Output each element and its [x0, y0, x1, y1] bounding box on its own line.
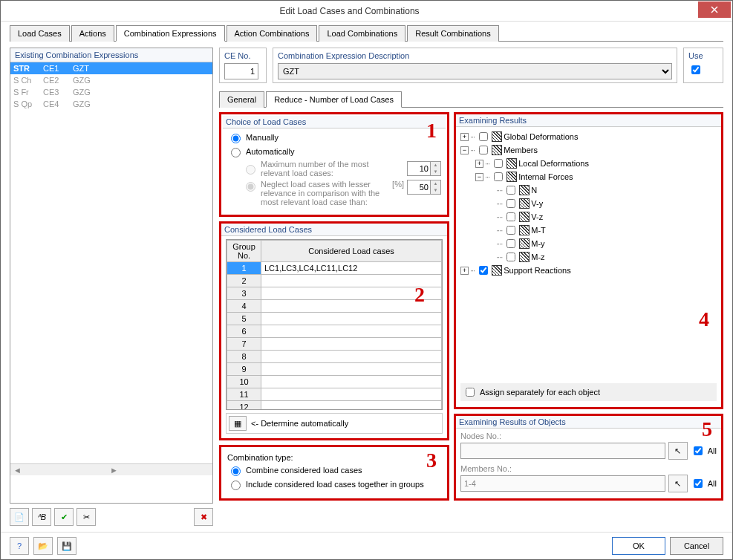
tree-checkbox[interactable]: [506, 239, 515, 248]
subtab-general[interactable]: General: [219, 91, 264, 108]
close-button[interactable]: [698, 1, 731, 18]
use-block: Use: [683, 48, 723, 83]
table-row[interactable]: 2: [227, 275, 442, 287]
radio-manual-label: Manually: [246, 133, 278, 142]
save-button[interactable]: 💾: [57, 537, 76, 555]
tree-leaf[interactable]: ····M-T: [460, 224, 717, 237]
pick-nodes-button[interactable]: ↖: [668, 442, 688, 460]
ce-no-input[interactable]: [224, 63, 258, 79]
table-row[interactable]: 7: [227, 338, 442, 351]
tab-load-cases[interactable]: Load Cases: [10, 25, 70, 42]
tree-checkbox[interactable]: [479, 266, 488, 275]
determine-button[interactable]: ▦: [229, 416, 247, 431]
table-row[interactable]: 1LC1,LC3,LC4,LC11,LC12: [227, 262, 442, 275]
radio-combine[interactable]: [231, 466, 241, 476]
cancel-button[interactable]: Cancel: [670, 537, 723, 555]
radio-include[interactable]: [231, 481, 241, 490]
tree-checkbox[interactable]: [506, 226, 515, 235]
existing-list-body[interactable]: STR CE1 GZT S Ch CE2 GZG S Fr CE3 GZG: [10, 62, 212, 463]
tab-load-combinations[interactable]: Load Combinations: [319, 25, 405, 42]
tree-checkbox[interactable]: [494, 159, 503, 168]
radio-manual[interactable]: [231, 134, 241, 143]
tree-leaf[interactable]: ····M-z: [460, 250, 717, 264]
table-row[interactable]: 11: [227, 388, 442, 401]
help-button[interactable]: ?: [10, 537, 29, 555]
tree-node[interactable]: +···Global Deformations: [460, 130, 717, 143]
table-row[interactable]: 9: [227, 363, 442, 376]
delete-button[interactable]: ✖: [194, 508, 213, 526]
tab-action-combinations[interactable]: Action Combinations: [227, 25, 318, 42]
nodes-all-checkbox[interactable]: [694, 446, 703, 455]
collapse-icon[interactable]: −: [460, 146, 469, 154]
collapse-icon[interactable]: −: [475, 173, 483, 181]
neglect-spinner[interactable]: ▲▼: [407, 180, 441, 195]
tree-checkbox[interactable]: [479, 146, 488, 154]
ce-no-block: CE No.: [219, 48, 267, 83]
rename-button[interactable]: ᴬB: [32, 508, 51, 526]
existing-row[interactable]: STR CE1 GZT: [10, 62, 212, 74]
radio-auto-row[interactable]: Automatically: [227, 146, 441, 157]
open-button[interactable]: 📂: [33, 537, 53, 555]
cut-button[interactable]: ✂: [76, 508, 96, 526]
pick-members-button[interactable]: ↖: [668, 475, 688, 492]
tree-node[interactable]: +···Local Deformations: [460, 157, 717, 170]
horizontal-scrollbar[interactable]: ◄ ►: [10, 463, 212, 475]
table-row[interactable]: 5: [227, 313, 442, 325]
spinner-up-icon[interactable]: ▲: [431, 180, 440, 187]
members-all-checkbox[interactable]: [694, 479, 703, 488]
tree-leaf[interactable]: ····V-y: [460, 197, 717, 210]
tree-node[interactable]: +···Support Reactions: [460, 264, 717, 277]
radio-manual-row[interactable]: Manually: [227, 131, 441, 143]
tab-result-combinations[interactable]: Result Combinations: [407, 25, 499, 42]
assign-checkbox[interactable]: [466, 388, 475, 397]
neglect-value[interactable]: [408, 180, 430, 194]
spinner-down-icon[interactable]: ▼: [431, 169, 440, 175]
table-row[interactable]: 4: [227, 300, 442, 313]
considered-grid[interactable]: Group No.Considered Load cases 1LC1,LC3,…: [226, 239, 443, 410]
use-label: Use: [688, 51, 718, 60]
max-value[interactable]: [408, 162, 430, 175]
radio-include-row[interactable]: Include considered load cases together i…: [227, 478, 441, 490]
table-row[interactable]: 12: [227, 401, 442, 411]
radio-combine-row[interactable]: Combine considered load cases: [227, 464, 441, 476]
new-button[interactable]: 📄: [10, 508, 29, 526]
expand-icon[interactable]: +: [460, 267, 469, 275]
help-icon: ?: [17, 541, 22, 550]
expand-icon[interactable]: +: [460, 133, 469, 141]
tree-leaf[interactable]: ····V-z: [460, 210, 717, 224]
expand-icon[interactable]: +: [475, 160, 483, 168]
desc-combo[interactable]: GZT: [278, 63, 672, 79]
existing-row[interactable]: S Qp CE4 GZG: [10, 98, 212, 110]
objects-title: Examining Results of Objects: [456, 416, 721, 429]
spinner-down-icon[interactable]: ▼: [431, 187, 440, 194]
tree-leaf[interactable]: ····M-y: [460, 237, 717, 250]
max-spinner[interactable]: ▲▼: [407, 161, 441, 176]
radio-combine-label: Combine considered load cases: [246, 466, 362, 475]
tab-actions[interactable]: Actions: [71, 25, 114, 42]
tree-node[interactable]: −···Members: [460, 143, 717, 157]
check-button[interactable]: ✔: [54, 508, 74, 526]
ok-button[interactable]: OK: [612, 537, 665, 555]
table-row[interactable]: 6: [227, 325, 442, 338]
subtab-reduce[interactable]: Reduce - Number of Load Cases: [266, 91, 402, 108]
tree-checkbox[interactable]: [506, 253, 515, 261]
existing-row[interactable]: S Fr CE3 GZG: [10, 86, 212, 98]
table-row[interactable]: 8: [227, 351, 442, 363]
results-tree[interactable]: +···Global Deformations −···Members +···…: [460, 130, 717, 382]
tree-leaf[interactable]: ····N: [460, 183, 717, 197]
tree-checkbox[interactable]: [506, 186, 515, 195]
tree-checkbox[interactable]: [506, 199, 515, 208]
tree-checkbox[interactable]: [494, 172, 503, 181]
considered-group: 2 Considered Load Cases Group No.Conside…: [219, 221, 449, 440]
existing-row[interactable]: S Ch CE2 GZG: [10, 74, 212, 86]
tab-combination-expressions[interactable]: Combination Expressions: [116, 25, 225, 42]
tree-node[interactable]: −···Internal Forces: [460, 170, 717, 183]
use-checkbox[interactable]: [691, 65, 700, 74]
table-row[interactable]: 10: [227, 376, 442, 388]
tree-checkbox[interactable]: [479, 132, 488, 141]
spinner-up-icon[interactable]: ▲: [431, 162, 440, 169]
table-row[interactable]: 3: [227, 287, 442, 300]
radio-auto[interactable]: [231, 148, 241, 157]
check-icon: ✔: [61, 512, 68, 522]
tree-checkbox[interactable]: [506, 212, 515, 221]
